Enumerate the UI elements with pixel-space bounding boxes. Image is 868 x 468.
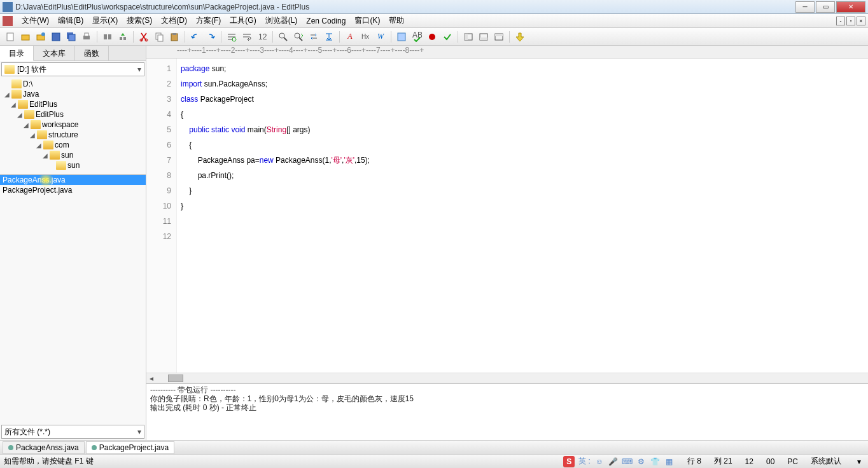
open-remote-icon[interactable]: [34, 31, 47, 43]
menu-help[interactable]: 帮助: [385, 14, 408, 27]
file-filter[interactable]: 所有文件 (*.*) ▾: [1, 425, 144, 439]
run-icon[interactable]: [514, 31, 526, 43]
file-item[interactable]: PackageAnss.java: [0, 175, 146, 185]
undo-icon[interactable]: [189, 31, 202, 43]
menu-window[interactable]: 窗口(K): [351, 14, 384, 27]
output-panel[interactable]: ---------- 带包运行 ---------- 你的兔子眼睛：R色，年龄：…: [146, 383, 868, 440]
print-icon[interactable]: [80, 31, 93, 43]
app-menu-icon: [3, 16, 13, 26]
maximize-button[interactable]: ▭: [816, 1, 835, 13]
mic-icon[interactable]: 🎤: [608, 457, 619, 467]
window-directory-icon[interactable]: [462, 31, 475, 43]
tree-item[interactable]: D:\: [3, 79, 143, 89]
wrap-settings-icon[interactable]: [225, 31, 238, 43]
code-content[interactable]: package sun; import sun.PackageAnss; cla…: [177, 59, 370, 373]
svg-rect-12: [123, 37, 126, 40]
tree-item[interactable]: ◢EditPlus: [3, 109, 143, 120]
svg-rect-8: [85, 33, 88, 36]
minimize-button[interactable]: ─: [795, 1, 815, 13]
tab-directory[interactable]: 目录: [0, 46, 34, 61]
line-number-gutter: 123456789101112: [146, 59, 177, 373]
tab-status-icon: [8, 445, 13, 450]
mdi-minimize-button[interactable]: -: [836, 17, 845, 25]
svg-rect-18: [172, 33, 176, 35]
menu-search[interactable]: 搜索(S): [123, 14, 156, 27]
code-editor[interactable]: 123456789101112 package sun; import sun.…: [146, 59, 868, 373]
menu-edit[interactable]: 编辑(B): [54, 14, 87, 27]
find-next-icon[interactable]: [292, 31, 305, 43]
menu-zen[interactable]: Zen Coding: [302, 15, 349, 27]
ftp-upload-icon[interactable]: [116, 31, 129, 43]
spell-check-icon[interactable]: ABC: [410, 31, 423, 43]
menu-file[interactable]: 文件(W): [18, 14, 53, 27]
check-icon[interactable]: [441, 31, 454, 43]
ime-bar[interactable]: S 英 : ☺ 🎤 ⌨ ⚙ 👕 ▦: [563, 456, 675, 467]
word-wrap-icon[interactable]: [241, 31, 253, 43]
folder-icon: [56, 161, 66, 170]
menu-document[interactable]: 文档(D): [157, 14, 191, 27]
cut-icon[interactable]: [137, 31, 150, 43]
document-tab[interactable]: PackageProject.java: [86, 441, 174, 454]
line-numbers-icon[interactable]: 12: [256, 31, 269, 43]
menu-tools[interactable]: 工具(G): [226, 14, 260, 27]
folder-icon: [24, 110, 34, 119]
tree-item[interactable]: ◢com: [3, 140, 143, 150]
replace-icon[interactable]: [307, 31, 320, 43]
svg-point-25: [429, 34, 435, 40]
record-icon[interactable]: [426, 31, 438, 43]
tab-cliptext[interactable]: 文本库: [34, 46, 75, 60]
output-line: 输出完成 (耗时 0 秒) - 正常终止: [150, 403, 864, 412]
ftp-settings-icon[interactable]: [101, 31, 114, 43]
tree-item[interactable]: ◢sun: [3, 150, 143, 160]
folder-icon: [37, 130, 47, 139]
folder-icon: [50, 151, 60, 160]
save-all-icon[interactable]: [65, 31, 78, 43]
paste-icon[interactable]: [168, 31, 181, 43]
menu-view[interactable]: 显示(X): [88, 14, 122, 27]
tree-item[interactable]: ◢structure: [3, 130, 143, 140]
find-icon[interactable]: [277, 31, 290, 43]
save-icon[interactable]: [50, 31, 62, 43]
menu-browser[interactable]: 浏览器(L): [262, 14, 302, 27]
copy-icon[interactable]: [153, 31, 165, 43]
filter-label: 所有文件 (*.*): [4, 427, 50, 437]
menu-project[interactable]: 方案(F): [192, 14, 225, 27]
new-file-icon[interactable]: [4, 31, 17, 43]
status-dropdown-icon[interactable]: ▾: [854, 457, 864, 467]
tab-label: PackageProject.java: [99, 443, 169, 452]
status-sel: 00: [766, 457, 774, 466]
document-tab[interactable]: PackageAnss.java: [3, 441, 85, 454]
tab-status-icon: [92, 445, 97, 450]
browser-icon[interactable]: W: [374, 31, 387, 43]
window-title: D:\Java\EditPlus\EditPlus\workspace\stru…: [15, 3, 795, 11]
skin-icon[interactable]: 👕: [650, 457, 661, 467]
open-file-icon[interactable]: [19, 31, 32, 43]
tree-label: structure: [48, 130, 78, 139]
window-output-icon[interactable]: [477, 31, 490, 43]
tree-item[interactable]: ◢Java: [3, 89, 143, 99]
tree-label: sun: [67, 161, 80, 170]
highlight-blue-icon[interactable]: [395, 31, 408, 43]
close-button[interactable]: ✕: [836, 1, 865, 13]
tree-item[interactable]: sun: [3, 160, 143, 170]
hex-icon[interactable]: Hx: [359, 31, 372, 43]
mdi-restore-button[interactable]: ▫: [846, 17, 855, 25]
tree-label: Java: [23, 90, 39, 99]
keyboard-icon[interactable]: ⌨: [622, 457, 633, 467]
font-icon[interactable]: A: [344, 31, 356, 43]
file-item[interactable]: PackageProject.java: [0, 185, 146, 195]
window-cliptext-icon[interactable]: [493, 31, 505, 43]
tree-item[interactable]: ◢workspace: [3, 120, 143, 130]
toolbox-icon[interactable]: ▦: [664, 457, 675, 467]
tab-functions[interactable]: 函数: [75, 46, 109, 60]
tree-item[interactable]: ◢EditPlus: [3, 99, 143, 109]
goto-line-icon[interactable]: [323, 31, 335, 43]
status-encoding: 系统默认: [811, 456, 841, 467]
document-tabs: PackageAnss.javaPackageProject.java: [0, 440, 868, 454]
gear-icon[interactable]: ⚙: [636, 457, 647, 467]
mdi-close-button[interactable]: ×: [857, 17, 865, 25]
drive-selector[interactable]: [D:] 软件 ▾: [1, 62, 144, 76]
horizontal-scrollbar[interactable]: ◂: [146, 373, 868, 383]
emoji-icon[interactable]: ☺: [594, 457, 605, 467]
redo-icon[interactable]: [204, 31, 217, 43]
